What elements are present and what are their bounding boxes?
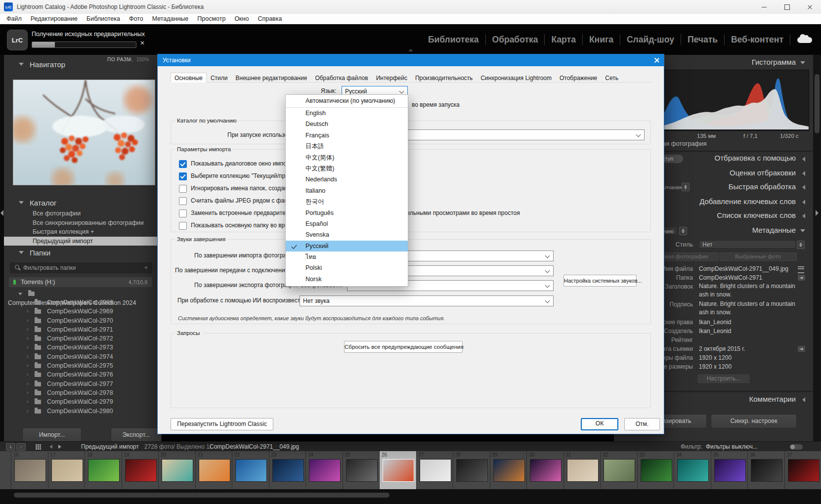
import-button[interactable]: Импорт... — [22, 428, 82, 442]
folder-row[interactable]: CompDeskWalCol-2976 — [4, 370, 157, 379]
reset-warnings-button[interactable]: Сбросить все предупреждающие сообщения — [344, 341, 463, 353]
menu-item[interactable]: Справка — [253, 14, 286, 24]
main-window-icon[interactable]: 1 — [6, 443, 15, 451]
navigator-preview-image[interactable] — [13, 80, 155, 185]
field-menu-icon[interactable] — [798, 266, 804, 273]
dialog-tab[interactable]: Сеть — [601, 73, 622, 83]
second-window-icon[interactable]: 2 — [16, 443, 26, 451]
language-option[interactable]: Italiano — [286, 185, 408, 196]
filmstrip-thumbnail[interactable]: 19 — [122, 451, 159, 489]
thumbnail-image[interactable] — [751, 459, 782, 482]
folder-row[interactable]: CompDeskWalCol-2972 — [4, 334, 157, 343]
metadata-value[interactable]: Nature. Bright clusters of a mountain as… — [699, 282, 797, 299]
filmstrip-thumbnail[interactable]: 37 — [785, 451, 821, 489]
metadata-value[interactable]: 2 октября 2015 г. — [699, 344, 797, 353]
filter-value[interactable]: Фильтры выключ... — [706, 442, 758, 452]
sync-settings-button[interactable]: Синхр. настроек — [711, 414, 797, 428]
dialog-tab[interactable]: Отображение — [556, 73, 601, 83]
menu-item[interactable]: Фото — [125, 14, 148, 24]
thumbnail-image[interactable] — [14, 459, 46, 482]
filmstrip-thumbnail[interactable]: 20 — [159, 451, 196, 489]
checkbox[interactable] — [179, 160, 187, 168]
filmstrip-thumbnail[interactable]: 23 — [269, 451, 306, 489]
grid-view-icon[interactable] — [36, 444, 41, 450]
restart-button[interactable]: Перезапустить Lightroom Classic — [171, 418, 273, 430]
system-sounds-button[interactable]: Настройка системных звуков... — [563, 275, 637, 287]
go-to-icon[interactable]: ➜ — [798, 275, 805, 281]
language-option[interactable]: Português — [286, 208, 408, 218]
menu-item[interactable]: Просмотр — [193, 14, 230, 24]
dialog-tab[interactable]: Производительность — [411, 73, 476, 83]
folder-row[interactable]: CompDeskWalCol-2970 — [4, 316, 157, 325]
navigator-header[interactable]: Навигатор — [4, 59, 157, 70]
volume-row[interactable]: Torrents (H:) 4,7/10,9 — [9, 277, 152, 287]
filmstrip-thumbnail[interactable]: 17 — [48, 451, 86, 489]
thumbnail-image[interactable] — [604, 459, 635, 482]
checkbox[interactable] — [179, 185, 187, 193]
metadata-value[interactable]: 1920 x 1200 — [699, 353, 797, 362]
ok-button[interactable]: ОК — [581, 418, 618, 430]
dialog-close-icon[interactable] — [653, 57, 660, 64]
collapse-left-panel-icon[interactable] — [0, 210, 3, 216]
catalog-item[interactable]: Предыдущий импорт — [4, 237, 157, 246]
catalog-item[interactable]: Все синхронизированные фотографии — [4, 218, 157, 228]
folder-row[interactable]: CompDeskWalCol-2977 — [4, 379, 157, 388]
filmstrip-thumbnail[interactable]: 29 — [490, 451, 527, 489]
thumbnail-image[interactable] — [567, 459, 599, 482]
filmstrip-thumbnail[interactable]: 21 — [196, 451, 233, 489]
filmstrip-filename[interactable]: CompDeskWalCol-2971__049.jpg — [210, 442, 299, 452]
thumbnail-image[interactable] — [309, 459, 341, 482]
back-arrow-icon[interactable] — [49, 445, 52, 449]
folder-row[interactable]: CompDeskWalCol-2968 — [4, 298, 157, 307]
folder-root-row[interactable]: Computer Desktop Wallpapers Collection 2… — [4, 289, 157, 298]
filmstrip-thumbnail[interactable]: 36 — [748, 451, 785, 489]
dialog-tab[interactable]: Обработка файлов — [311, 73, 372, 83]
thumbnail-image[interactable] — [346, 459, 378, 482]
catalog-item[interactable]: Все фотографии — [4, 209, 157, 218]
folder-row[interactable]: CompDeskWalCol-2973 — [4, 343, 157, 352]
add-folder-icon[interactable]: + — [144, 263, 148, 273]
filmstrip-thumbnail[interactable]: 33 — [638, 451, 675, 489]
thumbnail-image[interactable] — [272, 459, 304, 482]
zoom-level[interactable]: 100% — [136, 57, 149, 62]
filmstrip-thumbnail[interactable]: 16 — [11, 451, 48, 489]
checkbox[interactable] — [179, 172, 187, 180]
filmstrip-thumbnail[interactable]: 34 — [674, 451, 711, 489]
metadata-value[interactable]: Nature. Bright clusters of a mountain as… — [699, 300, 797, 317]
language-option[interactable]: Deutsch — [286, 119, 408, 129]
sound-ai-select[interactable]: Нет звука — [300, 295, 554, 306]
thumbnail-image[interactable] — [641, 459, 672, 482]
filmstrip-thumbnail[interactable]: 24 — [306, 451, 343, 489]
checkbox[interactable] — [179, 197, 187, 205]
language-option[interactable]: Español — [286, 218, 408, 229]
folders-header[interactable]: Папки — [4, 247, 157, 258]
cloud-sync-icon[interactable] — [797, 37, 812, 43]
style-value-field[interactable]: Нет — [699, 240, 796, 249]
filmstrip-thumbnail[interactable]: 30 — [527, 451, 564, 489]
metadata-value[interactable]: 1920 x 1200 — [699, 362, 797, 371]
filmstrip-thumbnail[interactable]: 32 — [601, 451, 638, 489]
collapse-right-panel-icon[interactable] — [816, 210, 819, 216]
dialog-title-bar[interactable]: Установки — [158, 54, 664, 66]
maximize-button[interactable] — [776, 0, 798, 14]
language-option[interactable]: English — [286, 108, 408, 119]
filmstrip-thumbnail[interactable]: 27 — [417, 451, 454, 489]
language-option[interactable]: 中文(简体) — [286, 152, 408, 163]
thumbnail-image[interactable] — [420, 459, 451, 482]
filmstrip-thumbnail[interactable]: 26 — [380, 451, 417, 489]
filmstrip-scrollbar[interactable] — [0, 489, 821, 504]
filmstrip-thumbnail[interactable]: 28 — [453, 451, 490, 489]
export-button[interactable]: Экспорт... — [111, 428, 162, 442]
folder-row[interactable]: CompDeskWalCol-2971 — [4, 325, 157, 334]
thumbnail-image[interactable] — [125, 459, 157, 482]
filmstrip-thumbnail[interactable]: 25 — [343, 451, 380, 489]
dialog-tab[interactable]: Основные — [171, 73, 207, 83]
language-option[interactable]: Polski — [286, 262, 408, 273]
folder-row[interactable]: CompDeskWalCol-2978 — [4, 388, 157, 397]
progress-cancel-icon[interactable]: ✕ — [139, 40, 146, 46]
thumbnail-image[interactable] — [51, 459, 83, 482]
menu-item[interactable]: Библиотека — [82, 14, 125, 24]
panel-collapse-top-icon[interactable] — [408, 49, 413, 51]
thumbnail-image[interactable] — [235, 459, 267, 482]
module-tab[interactable]: Карта — [545, 35, 582, 45]
